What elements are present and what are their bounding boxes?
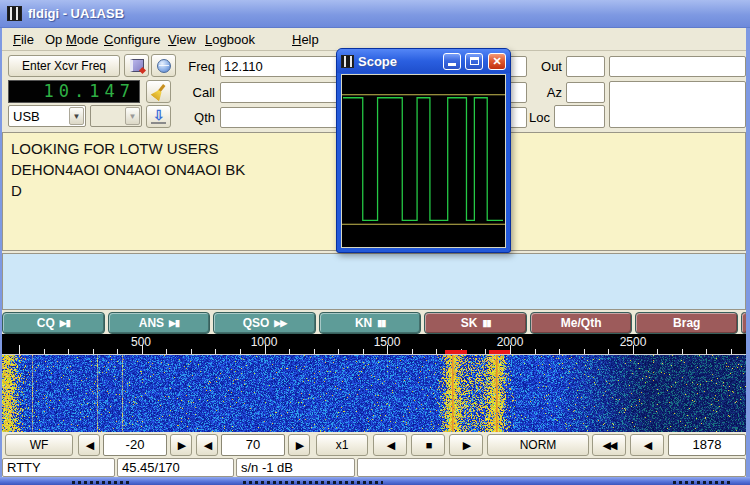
waterfall-display[interactable] <box>2 355 746 432</box>
level-up-button[interactable]: ▶ <box>170 434 192 456</box>
sideband-select[interactable]: USB ▼ <box>8 105 86 127</box>
logbook-dialog-button[interactable] <box>124 54 149 77</box>
macro-brag-button[interactable]: Brag <box>635 312 738 334</box>
rewind-icon: ◀◀ <box>603 439 616 452</box>
scope-window: Scope ✕ <box>336 48 511 253</box>
wf-speed-button[interactable]: NORM <box>487 434 589 456</box>
scale-tick <box>412 349 413 354</box>
app-icon <box>7 6 22 21</box>
pause-icon: ▮▮ <box>377 318 385 328</box>
status-baud-shift: 45.45/170 <box>117 458 234 477</box>
scope-titlebar[interactable]: Scope ✕ <box>337 49 510 73</box>
tx-text-pane[interactable] <box>2 253 746 310</box>
rig-mode-select[interactable]: ▼ <box>90 105 142 127</box>
freq-label: Freq <box>165 59 215 74</box>
macro-bar: CQ▶▮ ANS▶▮ QSO▶▶ KN▮▮ SK▮▮ Me/Qth Brag <box>2 312 748 334</box>
wf-mode-button[interactable]: WF <box>5 434 73 456</box>
wf-zoom-button[interactable]: x1 <box>316 434 368 456</box>
carrier-down-button[interactable]: ◀ <box>630 434 664 456</box>
menu-logbook[interactable]: Logbook <box>205 32 255 47</box>
wf-center-button[interactable]: ■ <box>411 434 445 456</box>
range-down-button[interactable]: ◀ <box>196 434 218 456</box>
scale-tick <box>265 345 266 354</box>
scale-tick <box>363 349 364 354</box>
scale-tick <box>338 349 339 354</box>
scale-tick <box>44 349 45 354</box>
window-title: fldigi - UA1ASB <box>28 6 124 21</box>
macro-sk-button[interactable]: SK▮▮ <box>424 312 527 334</box>
range-up-button[interactable]: ▶ <box>288 434 310 456</box>
taskbar-marks <box>243 481 383 484</box>
right-arrow-icon: ▶ <box>178 439 184 452</box>
play-icon: ▶▮ <box>169 318 179 328</box>
menu-help[interactable]: Help <box>292 32 319 47</box>
macro-ans-button[interactable]: ANS▶▮ <box>108 312 211 334</box>
right-arrow-icon: ▶ <box>463 439 469 452</box>
scale-tick <box>215 349 216 354</box>
scale-tick <box>142 345 143 354</box>
scale-tick <box>436 349 437 354</box>
bandwidth-cursor <box>445 350 467 354</box>
scale-tick <box>314 349 315 354</box>
scale-tick <box>68 349 69 354</box>
taskbar-marks <box>72 481 130 484</box>
macro-kn-button[interactable]: KN▮▮ <box>319 312 422 334</box>
carrier-frequency-value[interactable]: 1878 <box>668 434 746 456</box>
window-border-right <box>746 28 750 477</box>
scale-tick <box>706 349 707 354</box>
scale-tick <box>485 349 486 354</box>
level-down-button[interactable]: ◀ <box>78 434 100 456</box>
loc-label: Loc <box>520 110 550 125</box>
right-arrow-icon: ▶ <box>296 439 302 452</box>
scale-tick <box>559 349 560 354</box>
menu-configure[interactable]: Configure <box>104 32 160 47</box>
frequency-display[interactable]: 10.147 <box>8 80 140 103</box>
wf-level-value[interactable]: -20 <box>103 434 167 456</box>
menu-file[interactable]: File <box>13 32 34 47</box>
status-mode[interactable]: RTTY <box>2 458 115 477</box>
status-snr: s/n -1 dB <box>236 458 355 477</box>
wf-shift-left-button[interactable]: ◀ <box>373 434 407 456</box>
macro-qso-button[interactable]: QSO▶▶ <box>213 312 316 334</box>
enter-xcvr-freq-button[interactable]: Enter Xcvr Freq <box>8 55 120 77</box>
left-arrow-icon: ◀ <box>204 439 210 452</box>
carrier-down-fast-button[interactable]: ◀◀ <box>592 434 626 456</box>
taskbar-marks <box>673 481 731 484</box>
scale-tick <box>584 349 585 354</box>
az-label: Az <box>532 85 562 100</box>
status-info <box>357 458 746 477</box>
scope-title: Scope <box>358 54 397 69</box>
wf-shift-right-button[interactable]: ▶ <box>449 434 483 456</box>
menu-op-mode[interactable]: Op Mode <box>45 32 99 47</box>
wf-range-value[interactable]: 70 <box>221 434 285 456</box>
chevron-down-icon[interactable]: ▼ <box>125 107 140 125</box>
scale-tick <box>657 349 658 354</box>
titlebar[interactable]: fldigi - UA1ASB <box>0 0 750 28</box>
left-arrow-icon: ◀ <box>387 439 393 452</box>
scale-tick <box>608 349 609 354</box>
macro-meqth-button[interactable]: Me/Qth <box>530 312 633 334</box>
minimize-icon <box>448 63 456 66</box>
macro-cq-button[interactable]: CQ▶▮ <box>2 312 105 334</box>
notes-field[interactable] <box>609 81 746 128</box>
name-field[interactable] <box>609 56 746 77</box>
scale-tick <box>535 349 536 354</box>
minimize-button[interactable] <box>443 53 461 70</box>
scope-display <box>341 74 506 248</box>
app-icon <box>341 55 354 68</box>
az-field[interactable] <box>566 82 605 103</box>
loc-field[interactable] <box>554 105 605 128</box>
out-field[interactable] <box>566 56 605 77</box>
window-border-left <box>0 28 2 477</box>
chevron-down-icon[interactable]: ▼ <box>69 107 84 125</box>
scale-tick <box>387 345 388 354</box>
maximize-icon <box>470 57 479 65</box>
maximize-button[interactable] <box>465 53 483 70</box>
qth-label: Qth <box>165 110 215 125</box>
scale-tick <box>117 349 118 354</box>
bandwidth-cursor <box>489 350 510 354</box>
fldigi-window: fldigi - UA1ASB File Op Mode Configure V… <box>0 0 750 485</box>
menu-view[interactable]: View <box>168 32 196 47</box>
close-button[interactable]: ✕ <box>488 53 506 70</box>
out-label: Out <box>532 59 562 74</box>
